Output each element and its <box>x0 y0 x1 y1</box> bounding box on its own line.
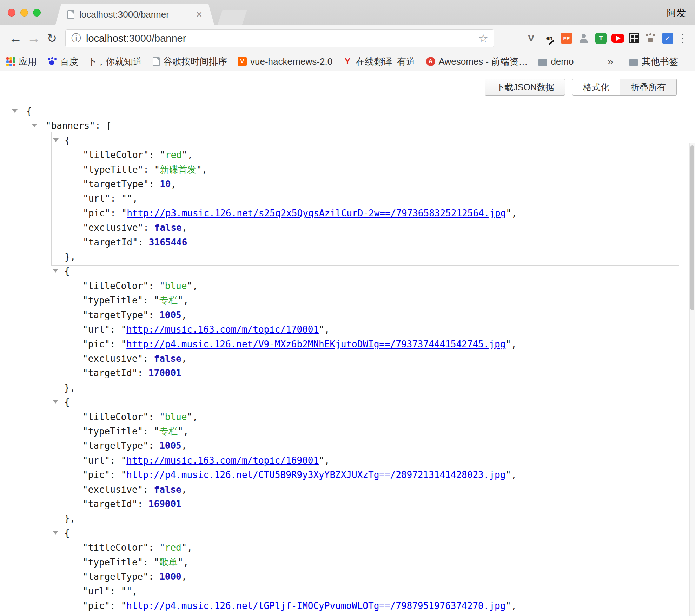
json-property-line: "url": "", <box>52 191 679 206</box>
bookmarks-bar: 应用百度一下，你就知道谷歌按时间排序vue-hackernews-2.0在线翻译… <box>0 52 695 71</box>
browser-menu-icon[interactable]: ⋮ <box>677 32 689 45</box>
collapse-all-button[interactable]: 折叠所有 <box>620 79 677 96</box>
json-actions: 下载JSON数据 格式化 折叠所有 <box>485 79 677 96</box>
reload-button[interactable]: ↻ <box>43 31 61 45</box>
json-link-value[interactable]: http://p3.music.126.net/s25q2x5QyqsAzilC… <box>127 208 506 218</box>
json-link-value[interactable]: http://music.163.com/m/topic/169001 <box>126 455 319 466</box>
folder-icon <box>629 59 638 66</box>
collapse-toggle-icon[interactable] <box>53 400 58 404</box>
collapse-toggle-icon[interactable] <box>53 269 58 273</box>
json-property-line: "titleColor": "blue", <box>51 279 679 293</box>
json-property-line: "url": "http://music.163.com/m/topic/170… <box>51 322 679 337</box>
bookmarks-overflow-chevron[interactable]: » <box>607 55 613 67</box>
json-link-value[interactable]: http://music.163.com/m/topic/170001 <box>126 324 319 335</box>
json-line: { <box>51 395 679 409</box>
bookmark-label: Awesomes - 前端资… <box>439 55 528 68</box>
json-property-line: "pic": "http://p4.music.126.net/CTU5B9R9… <box>51 468 679 482</box>
translate-en-icon[interactable]: en <box>543 32 556 45</box>
json-link-value[interactable]: http://p4.music.126.net/CTU5B9R9y3XyYBZX… <box>126 470 505 480</box>
fullscreen-window-button[interactable] <box>33 9 41 17</box>
address-bar[interactable]: ⓘ localhost:3000/banner ☆ <box>65 29 494 47</box>
tab-favicon-page-icon <box>67 10 74 19</box>
json-property-line: "exclusive": false, <box>51 483 679 497</box>
json-literal-value: 1000 <box>159 571 181 582</box>
page-content: 下载JSON数据 格式化 折叠所有 {"banners": [{"titleCo… <box>0 72 695 616</box>
close-window-button[interactable] <box>8 9 15 17</box>
bookmark-label: 在线翻译_有道 <box>356 55 415 68</box>
json-string-value: red <box>165 542 181 553</box>
tab-title: localhost:3000/banner <box>79 9 196 20</box>
youdao-icon <box>343 57 352 66</box>
page-info-icon[interactable]: ⓘ <box>71 32 81 45</box>
scrollbar-thumb[interactable] <box>690 145 694 310</box>
json-literal-value: 10 <box>160 179 171 189</box>
url-text[interactable]: localhost:3000/banner <box>86 33 478 44</box>
fe-extension-icon[interactable] <box>561 33 572 44</box>
collapse-toggle-icon[interactable] <box>53 138 59 142</box>
banner-object: {"titleColor": "red","typeTitle": "歌单","… <box>51 526 679 616</box>
json-string-value: red <box>165 150 182 160</box>
bookmark-label: 应用 <box>19 55 37 68</box>
bookmarks-divider <box>621 56 621 67</box>
youtube-icon[interactable] <box>611 34 624 43</box>
format-button[interactable]: 格式化 <box>572 79 620 96</box>
other-bookmarks-label: 其他书签 <box>642 55 678 68</box>
new-tab-button[interactable] <box>218 10 247 25</box>
banner-object: {"titleColor": "red","typeTitle": "新碟首发"… <box>51 132 679 266</box>
json-string-value: blue <box>165 281 187 291</box>
json-property-line: "typeTitle": "专栏", <box>51 424 679 439</box>
url-path: :3000/banner <box>126 33 186 44</box>
collapse-toggle-icon[interactable] <box>53 531 58 535</box>
browser-tab[interactable]: localhost:3000/banner × <box>55 4 214 25</box>
download-json-button[interactable]: 下载JSON数据 <box>485 79 565 96</box>
json-link-value[interactable]: http://p4.music.126.net/V9-MXz6b2MNhEKju… <box>126 339 505 349</box>
collapse-toggle-icon[interactable] <box>32 124 37 127</box>
json-line: { <box>51 264 679 278</box>
scrollbar[interactable] <box>689 143 695 616</box>
minimize-window-button[interactable] <box>20 9 28 17</box>
baidu-paw-icon <box>47 57 57 66</box>
other-bookmarks-folder[interactable]: 其他书签 <box>629 55 678 68</box>
profile-name[interactable]: 阿发 <box>667 7 686 19</box>
json-property-line: "url": "", <box>51 584 679 598</box>
bookmark-star-icon[interactable]: ☆ <box>478 32 488 45</box>
qr-code-icon[interactable] <box>629 33 639 43</box>
json-property-line: "exclusive": false <box>51 613 679 616</box>
bookmark-item[interactable]: Awesomes - 前端资… <box>426 55 528 68</box>
json-property-line: "targetId": 170001 <box>51 366 679 380</box>
json-line: { <box>52 133 679 148</box>
vimium-icon[interactable] <box>524 32 538 45</box>
bookmark-item[interactable]: vue-hackernews-2.0 <box>238 56 332 67</box>
person-icon[interactable] <box>577 32 590 45</box>
url-host: localhost <box>86 33 126 44</box>
bookmark-item[interactable]: 百度一下，你就知道 <box>47 55 142 68</box>
blue-shield-check-icon[interactable] <box>662 33 673 44</box>
json-property-line: "targetType": 1005, <box>51 439 679 453</box>
bookmark-item[interactable]: 在线翻译_有道 <box>343 55 415 68</box>
forward-button[interactable]: → <box>25 31 43 46</box>
json-property-line: "targetType": 10, <box>52 177 679 191</box>
paw-extension-icon[interactable] <box>644 32 657 45</box>
json-property-line: "exclusive": false, <box>51 352 679 366</box>
bookmark-label: 百度一下，你就知道 <box>60 55 142 68</box>
json-string-value: 专栏 <box>159 426 178 437</box>
json-line: }, <box>52 250 679 264</box>
bookmark-label: demo <box>551 56 574 67</box>
collapse-toggle-icon[interactable] <box>12 109 18 113</box>
json-link-value[interactable]: http://p4.music.126.net/tGPljf-IMOCyPvum… <box>126 601 505 611</box>
tab-strip: localhost:3000/banner × 阿发 <box>0 0 695 25</box>
bookmark-item[interactable]: demo <box>538 56 574 67</box>
browser-toolbar: ← → ↻ ⓘ localhost:3000/banner ☆ en ⋮ <box>0 25 695 52</box>
banner-object: {"titleColor": "blue","typeTitle": "专栏",… <box>51 395 679 526</box>
json-property-line: "pic": "http://p4.music.126.net/V9-MXz6b… <box>51 337 679 352</box>
tab-close-icon[interactable]: × <box>196 9 202 20</box>
back-button[interactable]: ← <box>6 31 25 46</box>
json-line: { <box>51 526 679 540</box>
json-line: { <box>0 104 689 119</box>
green-shield-icon[interactable] <box>595 33 607 44</box>
json-property-line: "exclusive": false, <box>52 221 679 235</box>
bookmark-item[interactable]: 应用 <box>6 55 37 68</box>
json-literal-value: 170001 <box>148 368 181 378</box>
json-literal-value: 1005 <box>159 310 181 320</box>
bookmark-item[interactable]: 谷歌按时间排序 <box>153 55 227 68</box>
